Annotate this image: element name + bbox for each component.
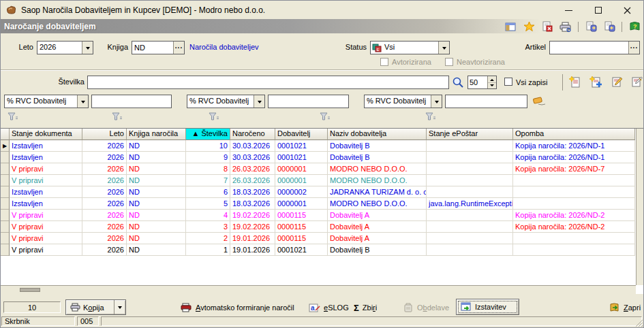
grid-cell[interactable]: Kopija naročila: 2026/ND-1 xyxy=(513,152,635,163)
column-header-stanje-epo-tar[interactable]: Stanje ePoštar xyxy=(427,129,513,140)
grid-cell[interactable] xyxy=(427,244,513,256)
quickfilter-dropdown-1[interactable] xyxy=(77,95,88,108)
vertical-scrollbar[interactable] xyxy=(636,129,644,285)
grid-cell[interactable]: ND xyxy=(127,233,186,244)
column-filter-funnel-icon[interactable] xyxy=(112,112,123,121)
grid-cell[interactable]: ND xyxy=(127,140,186,152)
zbiri-button[interactable]: Σ Zbiri xyxy=(354,300,377,315)
grid-cell[interactable] xyxy=(427,152,513,163)
column-filter-funnel-icon[interactable] xyxy=(7,112,18,121)
grid-cell[interactable] xyxy=(427,210,513,221)
quickfilter-dropdown-3[interactable] xyxy=(431,95,442,108)
grid-cell[interactable]: ND xyxy=(127,175,186,186)
grid-cell[interactable]: 30.03.2026 xyxy=(230,152,275,163)
artikel-field[interactable]: ... xyxy=(549,41,640,54)
grid-cell[interactable]: Dobavitelj B xyxy=(328,152,427,163)
grid-cell[interactable] xyxy=(427,140,513,152)
batch-edit-icon[interactable] xyxy=(630,76,643,89)
grid-cell[interactable]: 10 xyxy=(186,140,230,152)
grid-cell[interactable]: 2026 xyxy=(82,140,127,152)
avtomatsko-formiranje-button[interactable]: Avtomatsko formiranje naročil xyxy=(181,300,294,315)
grid-cell[interactable] xyxy=(513,175,635,186)
grid-cell[interactable]: Dobavitelj A xyxy=(328,221,427,233)
grid-cell[interactable]: Dobavitelj B xyxy=(328,140,427,152)
column-header-marker[interactable] xyxy=(1,129,10,140)
knjiga-lookup-button[interactable]: ... xyxy=(173,42,184,54)
grid-cell[interactable]: 2026 xyxy=(82,233,127,244)
column-filter-funnel-icon[interactable] xyxy=(425,112,436,121)
grid-cell[interactable]: 30.03.2026 xyxy=(230,140,275,152)
column-filter-funnel-icon[interactable] xyxy=(209,112,219,121)
table-row[interactable]: V pripravi2026ND726.03.20260000001MODRO … xyxy=(1,175,635,186)
grid-cell[interactable]: V pripravi xyxy=(10,233,82,244)
grid-cell[interactable]: 2026 xyxy=(82,175,127,186)
grid-cell[interactable]: 0000115 xyxy=(275,221,328,233)
grid-cell[interactable]: 8 xyxy=(186,163,230,175)
quickfilter-value-input-3[interactable] xyxy=(446,95,527,108)
edit-record-icon[interactable] xyxy=(611,76,623,89)
izstavitev-button[interactable]: Izstavitev xyxy=(456,299,519,315)
grid-cell[interactable]: java.lang.RuntimeExcepti xyxy=(427,198,513,210)
grid-cell[interactable]: 19.02.2026 xyxy=(230,210,275,221)
current-row-marker[interactable]: ▶ xyxy=(1,140,10,152)
artikel-input[interactable] xyxy=(550,42,628,54)
grid-cell[interactable] xyxy=(513,244,635,256)
row-marker[interactable] xyxy=(1,233,10,244)
grid-cell[interactable]: 4 xyxy=(186,210,230,221)
grid-cell[interactable] xyxy=(427,175,513,186)
stevilka-input[interactable] xyxy=(88,76,448,88)
grid-cell[interactable]: V pripravi xyxy=(10,163,82,175)
grid-cell[interactable]: Izstavljen xyxy=(10,140,82,152)
quickfilter-dropdown-2[interactable] xyxy=(254,95,264,108)
row-marker[interactable] xyxy=(1,198,10,210)
grid-cell[interactable]: 19.01.2026 xyxy=(230,244,275,256)
vsi-zapisi-checkbox[interactable] xyxy=(504,78,512,86)
grid-cell[interactable]: ND xyxy=(127,163,186,175)
row-marker[interactable] xyxy=(1,163,10,175)
quickfilter-value-field-1[interactable] xyxy=(91,95,172,108)
clear-filter-eraser-icon[interactable] xyxy=(532,97,547,108)
table-row[interactable]: V pripravi2026ND826.03.20260000001MODRO … xyxy=(1,163,635,175)
grid-cell[interactable]: ND xyxy=(127,244,186,256)
grid-cell[interactable]: 26.03.2026 xyxy=(230,163,275,175)
export-data-icon[interactable] xyxy=(585,21,597,33)
grid-cell[interactable]: JADRANKA TURIZAM d. o. o. xyxy=(328,186,427,198)
table-row[interactable]: Izstavljen2026ND930.03.20260001021Dobavi… xyxy=(1,152,635,163)
grid-cell[interactable]: Dobavitelj A xyxy=(328,233,427,244)
grid-cell[interactable] xyxy=(427,163,513,175)
table-row[interactable]: Izstavljen2026ND618.03.20260000002JADRAN… xyxy=(1,186,635,198)
minimize-button[interactable] xyxy=(557,4,579,16)
grid-cell[interactable]: 3 xyxy=(186,221,230,233)
grid-cell[interactable] xyxy=(427,233,513,244)
grid-cell[interactable] xyxy=(427,186,513,198)
column-filter-funnel-icon[interactable] xyxy=(320,112,331,121)
quickfilter-value-field-2[interactable] xyxy=(268,95,349,108)
leto-dropdown-button[interactable] xyxy=(82,42,93,54)
stevilka-field[interactable] xyxy=(87,76,449,89)
eslog-button[interactable]: a eSLOG xyxy=(309,300,349,315)
grid-cell[interactable] xyxy=(513,186,635,198)
horizontal-scrollbar-thumb[interactable] xyxy=(20,288,40,292)
grid-cell[interactable]: 0000001 xyxy=(275,163,328,175)
grid-cell[interactable]: 0000115 xyxy=(275,210,328,221)
row-marker[interactable] xyxy=(1,152,10,163)
help-icon[interactable]: ? xyxy=(628,21,641,33)
grid-cell[interactable]: ND xyxy=(127,186,186,198)
grid-cell[interactable]: 19.01.2026 xyxy=(230,233,275,244)
report-delete-icon[interactable] xyxy=(541,21,553,33)
grid-cell[interactable]: Izstavljen xyxy=(10,198,82,210)
print-icon[interactable] xyxy=(559,21,572,33)
column-header-opomba[interactable]: Opomba xyxy=(513,129,635,140)
grid-cell[interactable]: V pripravi xyxy=(10,210,82,221)
column-header-stanje-dokumenta[interactable]: Stanje dokumenta xyxy=(10,129,82,140)
status-combobox[interactable]: E Vsi xyxy=(370,41,450,54)
grid-cell[interactable]: MODRO NEBO D.O.O. xyxy=(328,198,427,210)
table-row[interactable]: V pripravi2026ND119.01.20260001021Dobavi… xyxy=(1,244,635,256)
grid-cell[interactable]: Izstavljen xyxy=(10,186,82,198)
column-header-knjiga-naro-ila[interactable]: Knjiga naročila xyxy=(127,129,186,140)
favorites-star-icon[interactable] xyxy=(523,21,535,33)
grid-cell[interactable]: 6 xyxy=(186,186,230,198)
grid-cell[interactable]: 2026 xyxy=(82,186,127,198)
column-header-naro-eno[interactable]: Naročeno xyxy=(230,129,275,140)
column-header-dobavitelj[interactable]: Dobavitelj xyxy=(275,129,328,140)
